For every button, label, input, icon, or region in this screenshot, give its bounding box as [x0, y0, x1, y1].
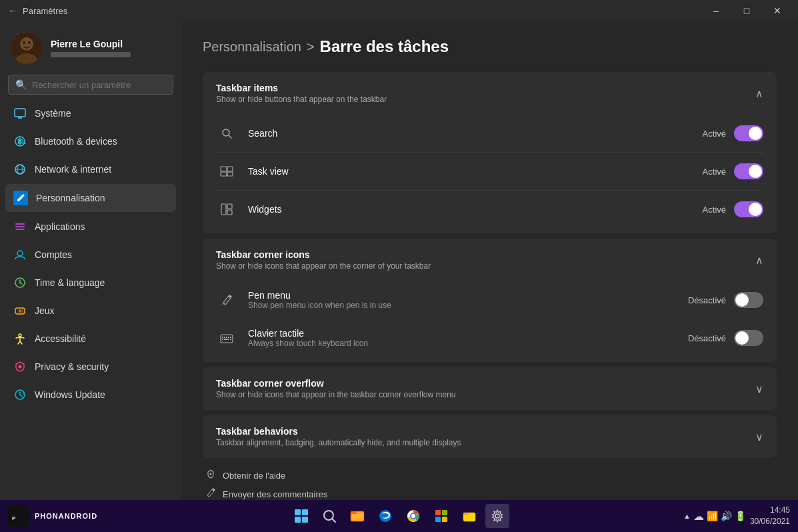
- svg-rect-30: [221, 167, 227, 171]
- pen-menu-toggle[interactable]: [734, 292, 763, 308]
- taskbar-chrome-button[interactable]: [401, 504, 425, 528]
- sidebar-item-personalisation[interactable]: Personnalisation: [5, 184, 176, 212]
- window-title: Paramètres: [23, 6, 67, 16]
- search-icon: 🔍: [15, 79, 27, 90]
- get-help-label: Obtenir de l'aide: [223, 471, 285, 481]
- taskbar-items-header[interactable]: Taskbar items Show or hide buttons that …: [203, 72, 777, 115]
- svg-rect-40: [224, 337, 225, 338]
- send-feedback-icon: [205, 487, 216, 500]
- send-feedback-link[interactable]: Envoyer des commentaires: [205, 487, 774, 500]
- user-name: Pierre Le Goupil: [51, 39, 131, 49]
- taskview-toggle[interactable]: [734, 163, 763, 179]
- corner-icons-header[interactable]: Taskbar corner icons Show or hide icons …: [203, 239, 777, 281]
- get-help-link[interactable]: Obtenir de l'aide: [205, 469, 774, 482]
- widgets-toggle[interactable]: [734, 201, 763, 217]
- system-clock[interactable]: 14:45 30/06/2021: [750, 505, 790, 527]
- svg-point-16: [17, 251, 23, 256]
- corner-overflow-header[interactable]: Taskbar corner overflow Show or hide ico…: [203, 367, 777, 410]
- svg-rect-46: [230, 339, 231, 340]
- maximize-button[interactable]: □: [731, 0, 762, 21]
- widgets-setting-icon: [216, 199, 237, 220]
- svg-rect-36: [227, 210, 232, 215]
- close-button[interactable]: ✕: [762, 0, 793, 21]
- tray-expand-icon[interactable]: ▲: [683, 512, 691, 520]
- sidebar-item-bluetooth[interactable]: Bluetooth; Bluetooth & devices: [5, 128, 176, 155]
- sidebar: Pierre Le Goupil 🔍 Système: [0, 21, 181, 500]
- clavier-tactile-row: Clavier tactile Always show touch keyboa…: [216, 319, 763, 357]
- tray-cloud-icon[interactable]: ☁: [693, 510, 704, 523]
- sidebar-item-comptes[interactable]: Comptes: [5, 241, 176, 268]
- search-toggle[interactable]: [734, 125, 763, 141]
- sidebar-user: Pierre Le Goupil: [0, 21, 181, 72]
- svg-rect-67: [435, 517, 441, 522]
- sidebar-item-jeux[interactable]: Jeux: [5, 297, 176, 324]
- start-button[interactable]: [289, 504, 313, 528]
- minimize-button[interactable]: –: [701, 0, 731, 21]
- taskview-status: Activé: [703, 167, 726, 177]
- jeux-icon: [13, 304, 27, 317]
- svg-point-71: [495, 514, 499, 518]
- svg-rect-51: [302, 509, 308, 515]
- brand-text: PHONANDROID: [35, 512, 97, 520]
- tray-wifi-icon[interactable]: 📶: [707, 511, 718, 521]
- svg-rect-59: [352, 517, 360, 518]
- sidebar-item-label-jeux: Jeux: [35, 305, 55, 316]
- time-icon: [13, 276, 27, 289]
- corner-overflow-subtitle: Show or hide icons that appear in the ta…: [216, 390, 456, 399]
- tray-battery-icon[interactable]: 🔋: [735, 511, 746, 521]
- taskbar-left: P PHONANDROID: [8, 505, 103, 527]
- brand-logo: P: [8, 505, 29, 527]
- svg-line-29: [229, 135, 231, 138]
- taskbar-settings-button[interactable]: [485, 504, 509, 528]
- breadcrumb-parent[interactable]: Personnalisation: [203, 39, 301, 55]
- svg-point-3: [23, 41, 25, 44]
- taskbar-center: [289, 504, 509, 528]
- back-icon[interactable]: ←: [8, 5, 17, 16]
- taskbar-behaviors-header[interactable]: Taskbar behaviors Taskbar alignment, bad…: [203, 415, 777, 458]
- svg-rect-58: [352, 515, 363, 516]
- corner-icons-content: Pen menu Show pen menu icon when pen is …: [203, 281, 777, 362]
- sidebar-item-network[interactable]: Network & internet: [5, 156, 176, 183]
- avatar[interactable]: [11, 32, 43, 64]
- clavier-tactile-toggle[interactable]: [734, 330, 763, 346]
- sidebar-item-accessibilite[interactable]: Accessibilité: [5, 325, 176, 352]
- svg-rect-45: [224, 339, 229, 340]
- svg-rect-66: [442, 510, 447, 515]
- clavier-tactile-desc: Always show touch keyboard icon: [248, 339, 688, 348]
- applications-icon: [13, 220, 27, 233]
- widgets-toggle-knob: [749, 203, 762, 216]
- sidebar-item-systeme[interactable]: Système: [5, 100, 176, 127]
- taskbar-edge-button[interactable]: [373, 504, 397, 528]
- clavier-tactile-label: Clavier tactile: [248, 328, 688, 339]
- taskbar-items-subtitle: Show or hide buttons that appear on the …: [216, 95, 387, 104]
- taskbar-brand: P PHONANDROID: [8, 505, 97, 527]
- sidebar-item-applications[interactable]: Applications: [5, 213, 176, 240]
- sidebar-item-windows-update[interactable]: Windows Update: [5, 381, 176, 408]
- pen-menu-label: Pen menu: [248, 290, 688, 301]
- taskbar-file-explorer-button[interactable]: [345, 504, 369, 528]
- taskbar-file-manager-button[interactable]: [457, 504, 481, 528]
- title-bar: ← Paramètres – □ ✕: [0, 0, 798, 21]
- sidebar-item-label-applications: Applications: [35, 221, 85, 232]
- clavier-tactile-toggle-knob: [735, 331, 749, 345]
- search-input[interactable]: [32, 80, 166, 90]
- taskbar-items-content: Search Activé: [203, 115, 777, 233]
- breadcrumb-current: Barre des tâches: [320, 37, 449, 56]
- svg-rect-68: [442, 517, 447, 522]
- sidebar-item-time[interactable]: Time & language: [5, 269, 176, 296]
- taskbar-store-button[interactable]: [429, 504, 453, 528]
- pen-menu-desc: Show pen menu icon when pen is in use: [248, 301, 688, 310]
- svg-rect-14: [15, 226, 25, 227]
- svg-rect-15: [15, 229, 25, 230]
- corner-icons-title: Taskbar corner icons: [216, 249, 431, 260]
- sidebar-item-label-bluetooth: Bluetooth & devices: [35, 136, 117, 147]
- sidebar-nav: Système Bluetooth; Bluetooth & devices: [0, 100, 181, 408]
- widgets-setting-label: Widgets: [248, 204, 703, 215]
- tray-volume-icon[interactable]: 🔊: [721, 511, 732, 521]
- sidebar-item-privacy[interactable]: Privacy & security: [5, 353, 176, 380]
- taskbar-search-button[interactable]: [317, 504, 341, 528]
- search-box[interactable]: 🔍: [8, 75, 173, 95]
- taskbar: P PHONANDROID: [0, 500, 798, 532]
- sidebar-item-label-accessibilite: Accessibilité: [35, 333, 86, 344]
- taskview-setting-row: Task view Activé: [216, 152, 763, 190]
